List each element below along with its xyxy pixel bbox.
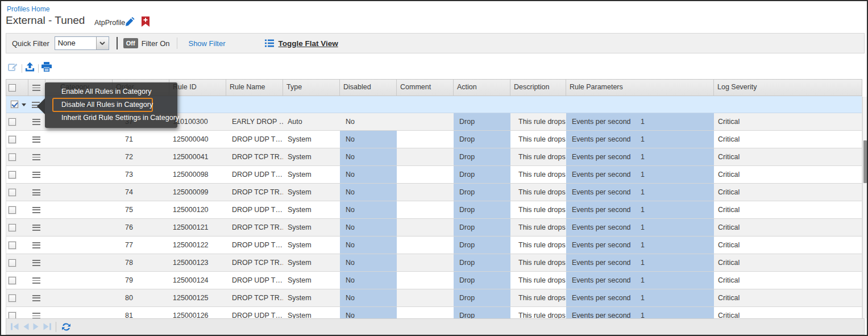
table-row[interactable]: 74 125000099 DROP TCP TR… System No Drop… xyxy=(6,184,862,201)
cell-comment[interactable] xyxy=(397,201,454,218)
cell-comment[interactable] xyxy=(397,254,454,271)
table-row[interactable]: 71 125000040 DROP UDP T… System No Drop … xyxy=(6,131,862,148)
quick-filter-select[interactable]: None xyxy=(55,36,109,50)
row-checkbox[interactable] xyxy=(9,312,16,319)
breadcrumb-profiles-home[interactable]: Profiles Home xyxy=(7,5,49,13)
hamburger-icon[interactable] xyxy=(32,207,40,213)
column-header-log-severity[interactable]: Log Severity xyxy=(714,80,862,96)
previous-page-icon[interactable] xyxy=(22,323,30,330)
edit-icon[interactable] xyxy=(8,62,18,74)
param-value[interactable]: 1 xyxy=(641,184,645,201)
row-checkbox[interactable] xyxy=(9,242,16,249)
cell-disabled[interactable]: No xyxy=(340,289,397,306)
cell-rule-parameters[interactable]: Events per second 1 xyxy=(566,307,714,318)
show-filter-link[interactable]: Show Filter xyxy=(188,39,225,48)
last-page-icon[interactable] xyxy=(43,323,52,330)
row-checkbox[interactable] xyxy=(9,189,16,196)
hamburger-icon[interactable] xyxy=(32,225,40,231)
cell-rule-parameters[interactable]: Events per second 1 xyxy=(566,237,714,254)
collapse-caret-icon[interactable] xyxy=(22,103,26,106)
row-checkbox[interactable] xyxy=(9,118,16,126)
cell-action[interactable]: Drop xyxy=(454,184,510,201)
cell-action[interactable]: Drop xyxy=(454,148,510,165)
chevron-down-icon[interactable] xyxy=(96,37,109,49)
header-menu[interactable] xyxy=(28,80,45,96)
cell-comment[interactable] xyxy=(397,184,454,201)
row-checkbox[interactable] xyxy=(9,136,16,143)
cell-action[interactable]: Drop xyxy=(454,237,510,254)
toggle-flat-view-link[interactable]: Toggle Flat View xyxy=(279,39,338,48)
cell-comment[interactable] xyxy=(397,237,454,254)
category-row-checkbox[interactable] xyxy=(11,101,18,108)
cell-disabled[interactable]: No xyxy=(340,184,397,201)
cell-action[interactable]: Drop xyxy=(454,113,510,130)
cell-comment[interactable] xyxy=(397,272,454,289)
cell-rule-parameters[interactable]: Events per second 1 xyxy=(566,201,714,218)
bookmark-add-icon[interactable] xyxy=(142,16,149,29)
menu-item-disable-all[interactable]: Disable All Rules in Category xyxy=(45,98,177,111)
table-row[interactable]: 78 125000123 DROP TCP TR… System No Drop… xyxy=(6,254,862,272)
cell-disabled[interactable]: No xyxy=(340,254,397,271)
cell-comment[interactable] xyxy=(397,166,454,183)
param-value[interactable]: 1 xyxy=(641,201,645,218)
cell-disabled[interactable]: No xyxy=(340,272,397,289)
cell-rule-parameters[interactable]: Events per second 1 xyxy=(566,254,714,271)
row-checkbox[interactable] xyxy=(9,206,16,214)
hamburger-icon[interactable] xyxy=(32,154,40,160)
column-header-type[interactable]: Type xyxy=(283,80,340,96)
hamburger-icon[interactable] xyxy=(32,189,40,196)
param-value[interactable]: 1 xyxy=(641,219,645,236)
row-checkbox[interactable] xyxy=(9,277,16,284)
cell-disabled[interactable]: No xyxy=(340,237,397,254)
cell-action[interactable]: Drop xyxy=(454,254,510,271)
table-row[interactable]: 77 125000122 DROP UDP T… System No Drop … xyxy=(6,237,862,254)
cell-rule-parameters[interactable]: Events per second 1 xyxy=(566,219,714,236)
param-value[interactable]: 1 xyxy=(641,131,645,148)
param-value[interactable]: 1 xyxy=(641,254,645,271)
cell-action[interactable]: Drop xyxy=(454,272,510,289)
param-value[interactable]: 1 xyxy=(641,113,645,130)
hamburger-icon[interactable] xyxy=(32,242,40,248)
cell-disabled[interactable]: No xyxy=(340,148,397,165)
cell-rule-parameters[interactable]: Events per second 1 xyxy=(566,148,714,165)
first-page-icon[interactable] xyxy=(10,323,19,330)
menu-item-enable-all[interactable]: Enable All Rules in Category xyxy=(45,85,177,98)
cell-disabled[interactable]: No xyxy=(340,201,397,218)
filter-toggle-button[interactable]: Off xyxy=(123,38,138,48)
column-header-rule-id[interactable]: Rule ID xyxy=(169,80,226,96)
hamburger-icon[interactable] xyxy=(32,260,40,266)
cell-comment[interactable] xyxy=(397,307,454,318)
row-checkbox[interactable] xyxy=(9,294,16,302)
cell-rule-parameters[interactable]: Events per second 1 xyxy=(566,289,714,306)
column-header-rule-name[interactable]: Rule Name xyxy=(226,80,283,96)
cell-rule-parameters[interactable]: Events per second 1 xyxy=(566,184,714,201)
cell-comment[interactable] xyxy=(397,131,454,148)
cell-action[interactable]: Drop xyxy=(454,131,510,148)
table-row[interactable]: 80 125000125 DROP TCP TR… System No Drop… xyxy=(6,289,862,307)
row-checkbox[interactable] xyxy=(9,224,16,231)
cell-disabled[interactable]: No xyxy=(340,131,397,148)
param-value[interactable]: 1 xyxy=(641,272,645,289)
header-select-all[interactable] xyxy=(6,80,28,96)
cell-disabled[interactable]: No xyxy=(340,219,397,236)
param-value[interactable]: 1 xyxy=(641,307,645,318)
cell-disabled[interactable]: No xyxy=(340,166,397,183)
table-row[interactable]: 81 125000126 DROP UDP T… System No Drop … xyxy=(6,307,862,318)
row-checkbox[interactable] xyxy=(9,171,16,179)
cell-rule-parameters[interactable]: Events per second 1 xyxy=(566,166,714,183)
table-row[interactable]: 72 125000041 DROP TCP TR… System No Drop… xyxy=(6,148,862,166)
list-icon[interactable] xyxy=(265,39,274,47)
column-header-disabled[interactable]: Disabled xyxy=(340,80,397,96)
menu-item-inherit-grid[interactable]: Inherit Grid Rule Settings in Category xyxy=(45,111,177,125)
hamburger-icon[interactable] xyxy=(32,119,40,125)
cell-action[interactable]: Drop xyxy=(454,201,510,218)
cell-comment[interactable] xyxy=(397,148,454,165)
hamburger-icon[interactable] xyxy=(32,136,40,143)
hamburger-icon[interactable] xyxy=(32,313,40,319)
cell-comment[interactable] xyxy=(397,289,454,306)
scrollbar-thumb[interactable] xyxy=(863,140,867,183)
cell-action[interactable]: Drop xyxy=(454,307,510,318)
hamburger-icon[interactable] xyxy=(32,172,40,178)
cell-rule-parameters[interactable]: Events per second 1 xyxy=(566,131,714,148)
param-value[interactable]: 1 xyxy=(641,289,645,306)
